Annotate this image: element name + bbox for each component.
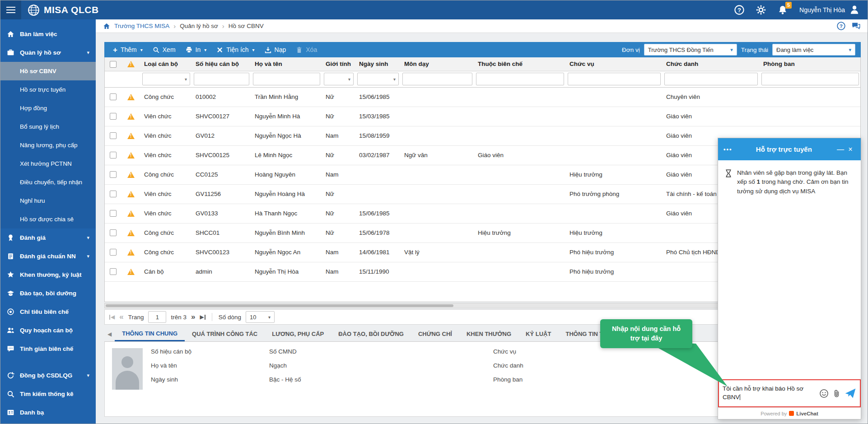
row-checkbox[interactable]: [110, 191, 117, 197]
sidebar-item-danh-ba[interactable]: Danh bạ: [0, 403, 96, 422]
filter-phong-ban[interactable]: [761, 73, 859, 85]
feedback-chat-icon[interactable]: [852, 22, 860, 30]
hamburger-menu-icon[interactable]: [0, 0, 21, 19]
sidebar-item-bo-sung-ly-lich[interactable]: Bổ sung lý lịch: [0, 117, 96, 136]
row-checkbox[interactable]: [110, 132, 117, 139]
filter-thuoc-bien-che[interactable]: [476, 73, 564, 85]
sidebar-item-nang-luong-phu-cap[interactable]: Nâng lương, phụ cấp: [0, 136, 96, 154]
help-icon[interactable]: ?: [734, 5, 744, 15]
filter-chuc-danh[interactable]: [664, 73, 758, 85]
sidebar-item-dong-bo-csdlqg[interactable]: Đồng bộ CSDLQG ▾: [0, 366, 96, 385]
column-header-chuc-vu[interactable]: Chức vụ: [566, 57, 663, 71]
sidebar-item-tim-kiem-thong-ke[interactable]: Tìm kiếm thống kê: [0, 385, 96, 403]
filter-ho-va-ten[interactable]: [253, 73, 320, 85]
table-row[interactable]: Viên chức SHVC00127 Nguyễn Minh Hà Nữ 15…: [105, 107, 861, 126]
attachment-paperclip-icon[interactable]: [832, 389, 841, 398]
last-page-button[interactable]: ▶: [200, 314, 205, 320]
scrollbar-thumb[interactable]: [106, 304, 453, 307]
filter-so-hieu[interactable]: [194, 73, 249, 85]
row-checkbox[interactable]: [110, 93, 117, 100]
contacts-icon: [7, 409, 14, 416]
print-button[interactable]: In ▾: [181, 42, 212, 57]
cell-gioi-tinh: Nam: [322, 126, 355, 145]
rows-per-page-select[interactable]: 10 ▾: [246, 311, 275, 323]
column-header-chuc-danh[interactable]: Chức danh: [663, 57, 760, 71]
sidebar-group-quan-ly-ho-so[interactable]: Quản lý hồ sơ ▾: [0, 43, 96, 62]
column-header-loai-can-bo[interactable]: Loại cán bộ: [140, 57, 192, 71]
page-number-input[interactable]: 1: [148, 311, 166, 323]
help-callout-tooltip: Nhập nội dung cần hỗ trợ tại đây: [600, 319, 692, 348]
filter-ngay-sinh[interactable]: ▾: [357, 73, 399, 85]
filter-gioi-tinh[interactable]: ▾: [324, 73, 354, 85]
sidebar-item-danh-gia-chuan-nn[interactable]: Đánh giá chuẩn NN ▾: [0, 247, 96, 266]
row-checkbox[interactable]: [110, 113, 117, 120]
sidebar-item-ho-so-cbnv[interactable]: Hồ sơ CBNV: [0, 62, 96, 80]
column-header-mon-day[interactable]: Môn dạy: [401, 57, 474, 71]
sidebar-item-ban-lam-viec[interactable]: Bàn làm việc: [0, 25, 96, 43]
tab-luong-phu-cap[interactable]: LƯƠNG, PHỤ CẤP: [265, 326, 331, 341]
notification-badge: 5: [785, 2, 792, 9]
column-header-ho-va-ten[interactable]: Họ và tên: [251, 57, 322, 71]
cell-loai-can-bo: Viên chức: [140, 126, 192, 145]
sidebar-item-tinh-gian-bien-che[interactable]: Tinh giản biên chế: [0, 340, 96, 358]
breadcrumb-section[interactable]: Quản lý hồ sơ: [180, 23, 218, 29]
delete-button[interactable]: Xóa: [291, 42, 322, 57]
sidebar-item-xet-huong-pctnn[interactable]: Xét hưởng PCTNN: [0, 154, 96, 173]
tab-thong-tin-chung[interactable]: THÔNG TIN CHUNG: [115, 326, 185, 341]
sidebar-item-chi-tieu-bien-che[interactable]: Chỉ tiêu biên chế: [0, 303, 96, 321]
row-checkbox[interactable]: [110, 229, 117, 236]
sidebar-item-dieu-chuyen-tiep-nhan[interactable]: Điều chuyển, tiếp nhận: [0, 173, 96, 191]
row-checkbox[interactable]: [110, 210, 117, 217]
sidebar-item-danh-gia[interactable]: Đánh giá ▾: [0, 228, 96, 247]
row-checkbox[interactable]: [110, 249, 117, 256]
column-header-ngay-sinh[interactable]: Ngày sinh: [355, 57, 401, 71]
chat-minimize-icon[interactable]: —: [835, 145, 845, 154]
cell-chuc-vu: Phó trưởng phòng: [566, 184, 663, 204]
sidebar-item-quy-hoach-can-bo[interactable]: Quy hoạch cán bộ: [0, 321, 96, 340]
notifications-bell-icon[interactable]: 5: [778, 5, 788, 15]
chat-menu-dots-icon[interactable]: •••: [723, 146, 733, 153]
page-help-icon[interactable]: ?: [837, 22, 845, 30]
send-button[interactable]: [845, 387, 856, 399]
sidebar-item-ho-so-truc-tuyen[interactable]: Hồ sơ trực tuyến: [0, 80, 96, 99]
view-button[interactable]: Xem: [148, 42, 181, 57]
tab-ky-luat[interactable]: KỶ LUẬT: [518, 326, 558, 341]
chat-close-icon[interactable]: ×: [845, 145, 855, 154]
sidebar-item-dao-tao-boi-duong[interactable]: Đào tạo, bồi dưỡng: [0, 284, 96, 303]
utilities-button[interactable]: Tiện ích ▾: [211, 42, 259, 57]
filter-chuc-vu[interactable]: [568, 73, 661, 85]
breadcrumb-root[interactable]: Trường THCS MISA: [114, 23, 169, 29]
tab-qua-trinh-cong-tac[interactable]: QUÁ TRÌNH CÔNG TÁC: [185, 326, 265, 341]
user-menu[interactable]: Nguyễn Thị Hòa: [799, 5, 860, 15]
column-header-gioi-tinh[interactable]: Giới tính: [322, 57, 355, 71]
column-header-phong-ban[interactable]: Phòng ban: [760, 57, 861, 71]
filter-mon-day[interactable]: [402, 73, 472, 85]
table-row[interactable]: Công chức 010002 Trần Minh Hằng Nữ 15/06…: [105, 87, 861, 107]
first-page-button[interactable]: ◀: [109, 314, 115, 320]
filter-loai-can-bo[interactable]: ▾: [142, 73, 190, 85]
row-checkbox[interactable]: [110, 152, 117, 158]
row-checkbox[interactable]: [110, 268, 117, 275]
load-button[interactable]: Nạp: [260, 42, 291, 57]
select-all-checkbox[interactable]: [110, 61, 117, 68]
column-header-thuoc-bien-che[interactable]: Thuộc biên chế: [474, 57, 566, 71]
sidebar-item-hop-dong[interactable]: Hợp đồng: [0, 99, 96, 117]
livechat-brand[interactable]: LiveChat: [796, 411, 818, 416]
tabs-scroll-left-icon[interactable]: ◀: [104, 326, 115, 341]
chat-message-input[interactable]: Tôi cần hỗ trợ khai báo Hồ sơ CBNV: [723, 385, 816, 402]
chat-message-area: Nhân viên sẽ gặp bạn trong giây lát. Bạn…: [718, 160, 861, 379]
emoji-icon[interactable]: [819, 389, 829, 398]
sidebar-item-ho-so-duoc-chia-se[interactable]: Hồ sơ được chia sẻ: [0, 210, 96, 228]
sidebar-item-nghi-huu[interactable]: Nghỉ hưu: [0, 191, 96, 210]
column-header-so-hieu[interactable]: Số hiệu cán bộ: [192, 57, 251, 71]
settings-gear-icon[interactable]: [756, 5, 766, 15]
tab-dao-tao-boi-duong[interactable]: ĐÀO TẠO, BỒI DƯỠNG: [331, 326, 411, 341]
tab-chung-chi[interactable]: CHỨNG CHỈ: [411, 326, 459, 341]
add-button[interactable]: + Thêm ▾: [108, 42, 148, 57]
breadcrumb-home-icon[interactable]: [103, 23, 110, 30]
unit-select[interactable]: Trường THCS Đồng Tiến ▾: [644, 44, 737, 56]
status-select[interactable]: Đang làm việc ▾: [772, 44, 855, 56]
tab-khen-thuong[interactable]: KHEN THƯỞNG: [459, 326, 518, 341]
row-checkbox[interactable]: [110, 171, 117, 178]
sidebar-item-khen-thuong-ky-luat[interactable]: Khen thưởng, kỷ luật: [0, 266, 96, 284]
